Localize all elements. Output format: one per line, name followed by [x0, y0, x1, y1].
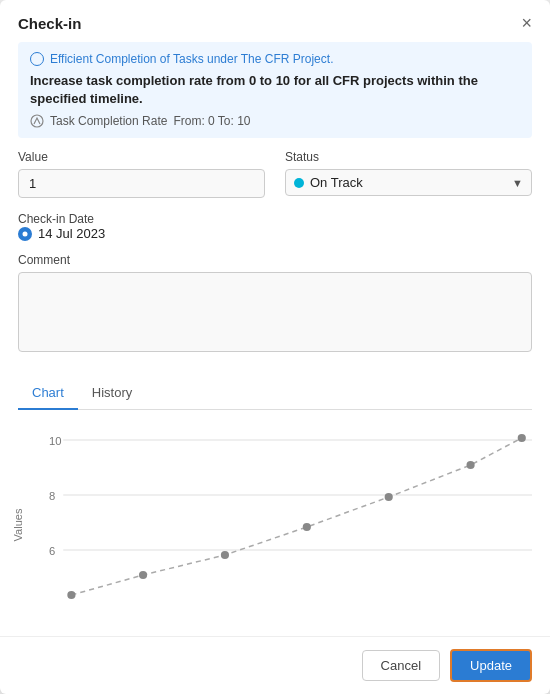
cancel-button[interactable]: Cancel — [362, 650, 440, 681]
checkin-date-section: Check-in Date 14 Jul 2023 — [18, 212, 532, 241]
data-point-5 — [385, 493, 393, 501]
modal-header: Check-in × — [0, 0, 550, 42]
y-axis-label: Values — [12, 509, 24, 542]
modal-title: Check-in — [18, 15, 81, 32]
status-select[interactable]: On Track ▼ — [285, 169, 532, 196]
form-section: Value Status On Track ▼ Check-in Date 14… — [0, 150, 550, 355]
trend-line — [71, 438, 521, 595]
checkin-date-row: 14 Jul 2023 — [18, 226, 532, 241]
y-tick-10: 10 — [49, 435, 62, 447]
status-value: On Track — [310, 175, 506, 190]
status-dot-icon — [294, 178, 304, 188]
date-radio[interactable]: 14 Jul 2023 — [18, 226, 105, 241]
goal-text: Increase task completion rate from 0 to … — [30, 72, 520, 108]
radio-circle-icon — [18, 227, 32, 241]
comment-textarea[interactable] — [18, 272, 532, 352]
metric-row: Task Completion Rate From: 0 To: 10 — [30, 114, 520, 128]
update-button[interactable]: Update — [450, 649, 532, 682]
value-group: Value — [18, 150, 265, 198]
data-point-3 — [221, 551, 229, 559]
metric-range: From: 0 To: 10 — [173, 114, 250, 128]
tab-chart[interactable]: Chart — [18, 377, 78, 410]
data-point-2 — [139, 571, 147, 579]
data-point-7 — [518, 434, 526, 442]
data-point-4 — [303, 523, 311, 531]
status-group: Status On Track ▼ — [285, 150, 532, 198]
chart-svg: Values 10 8 6 — [10, 420, 532, 620]
status-label: Status — [285, 150, 532, 164]
goal-reference: Efficient Completion of Tasks under The … — [30, 52, 520, 66]
tabs-row: Chart History — [18, 377, 532, 410]
dropdown-arrow-icon: ▼ — [512, 177, 523, 189]
checkin-modal: Check-in × Efficient Completion of Tasks… — [0, 0, 550, 694]
comment-label: Comment — [18, 253, 532, 267]
value-input[interactable] — [18, 169, 265, 198]
y-tick-6: 6 — [49, 545, 55, 557]
close-button[interactable]: × — [521, 14, 532, 32]
metric-label: Task Completion Rate — [50, 114, 167, 128]
goal-ref-label: Efficient Completion of Tasks under The … — [50, 52, 333, 66]
info-banner: Efficient Completion of Tasks under The … — [18, 42, 532, 138]
goal-circle-icon — [30, 52, 44, 66]
modal-footer: Cancel Update — [0, 636, 550, 694]
comment-section: Comment — [18, 253, 532, 355]
checkin-date-value: 14 Jul 2023 — [38, 226, 105, 241]
data-point-6 — [466, 461, 474, 469]
y-tick-8: 8 — [49, 490, 55, 502]
checkin-date-label: Check-in Date — [18, 212, 532, 226]
data-point-1 — [67, 591, 75, 599]
tab-history[interactable]: History — [78, 377, 146, 410]
chart-container: Values 10 8 6 — [0, 410, 550, 636]
value-status-row: Value Status On Track ▼ — [18, 150, 532, 198]
metric-icon — [30, 114, 44, 128]
value-label: Value — [18, 150, 265, 164]
